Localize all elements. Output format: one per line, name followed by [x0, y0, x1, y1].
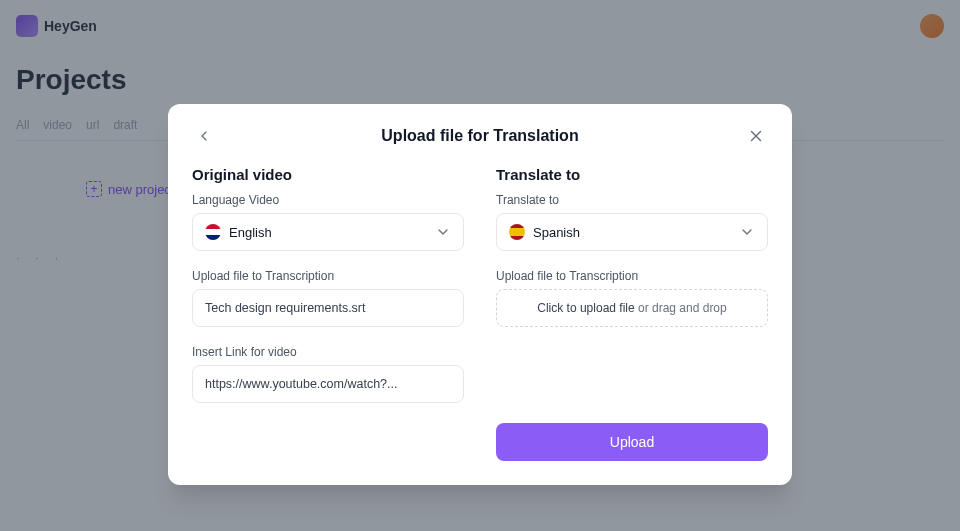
chevron-down-icon — [435, 224, 451, 240]
target-upload-label: Upload file to Transcription — [496, 269, 768, 283]
dropzone-click-text: Click to upload file — [537, 301, 634, 315]
target-language-value: Spanish — [533, 225, 731, 240]
flag-uk-icon — [205, 224, 221, 240]
dropzone-drag-text: or drag and drop — [635, 301, 727, 315]
original-video-column: Original video Language Video English Up… — [192, 166, 464, 461]
language-video-label: Language Video — [192, 193, 464, 207]
original-language-select[interactable]: English — [192, 213, 464, 251]
original-file-display[interactable]: Tech design requirements.srt — [192, 289, 464, 327]
modal-body: Original video Language Video English Up… — [192, 166, 768, 461]
modal-header: Upload file for Translation — [192, 124, 768, 148]
flag-es-icon — [509, 224, 525, 240]
upload-modal: Upload file for Translation Original vid… — [168, 104, 792, 485]
spacer — [496, 345, 768, 423]
original-language-value: English — [229, 225, 427, 240]
back-button[interactable] — [192, 124, 216, 148]
target-dropzone[interactable]: Click to upload file or drag and drop — [496, 289, 768, 327]
original-section-title: Original video — [192, 166, 464, 183]
translate-to-label: Translate to — [496, 193, 768, 207]
modal-title: Upload file for Translation — [216, 127, 744, 145]
translate-to-column: Translate to Translate to Spanish Upload… — [496, 166, 768, 461]
translate-section-title: Translate to — [496, 166, 768, 183]
link-label: Insert Link for video — [192, 345, 464, 359]
upload-button[interactable]: Upload — [496, 423, 768, 461]
close-button[interactable] — [744, 124, 768, 148]
chevron-down-icon — [739, 224, 755, 240]
chevron-left-icon — [196, 128, 212, 144]
video-link-input[interactable] — [192, 365, 464, 403]
modal-overlay: Upload file for Translation Original vid… — [0, 0, 960, 531]
original-file-name: Tech design requirements.srt — [205, 301, 366, 315]
original-upload-label: Upload file to Transcription — [192, 269, 464, 283]
close-icon — [747, 127, 765, 145]
target-language-select[interactable]: Spanish — [496, 213, 768, 251]
